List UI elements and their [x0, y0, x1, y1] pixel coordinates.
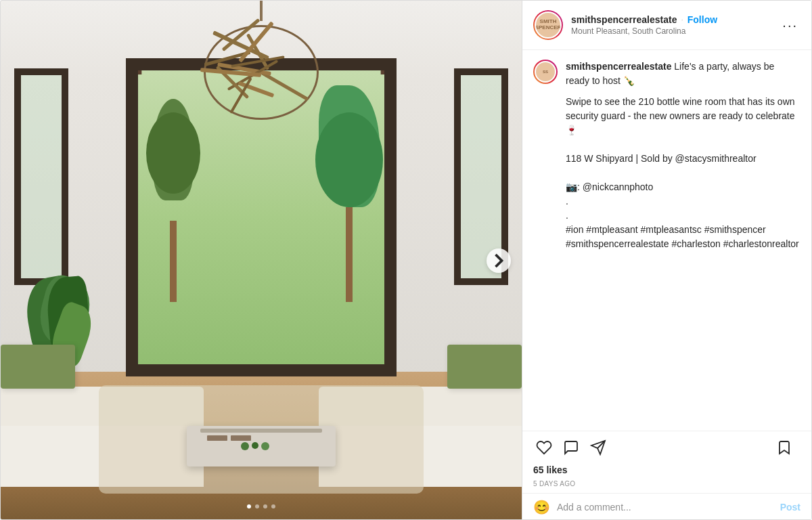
caption-avatar-wrapper: SS: [533, 60, 558, 84]
like-button[interactable]: [533, 437, 555, 458]
post-header: SMITHSPENCER smithspencerrealestate · Fo…: [522, 1, 811, 50]
username[interactable]: smithspencerrealestate: [571, 14, 677, 25]
post-info-panel: SMITHSPENCER smithspencerrealestate · Fo…: [522, 1, 811, 520]
caption-main: smithspencerrealestate Life's a party, a…: [566, 60, 800, 88]
comment-button[interactable]: [560, 437, 582, 458]
username-row: smithspencerrealestate · Follow: [571, 14, 771, 25]
avatar-wrapper: SMITHSPENCER: [533, 10, 563, 40]
next-slide-button[interactable]: [487, 248, 511, 273]
dot-4: [271, 504, 275, 508]
avatar: SMITHSPENCER: [535, 12, 562, 39]
post-container: SMITHSPENCER smithspencerrealestate · Fo…: [0, 0, 812, 520]
coffee-table: [187, 426, 336, 467]
emoji-button[interactable]: 😊: [533, 499, 550, 515]
carousel-indicators: [247, 504, 275, 508]
comment-area: 😊 Post: [522, 493, 811, 520]
bookmark-button[interactable]: [773, 437, 795, 458]
more-options-button[interactable]: ···: [780, 18, 800, 33]
dot-3: [263, 504, 267, 508]
comment-input[interactable]: [557, 502, 773, 513]
location: Mount Pleasant, South Carolina: [571, 26, 771, 36]
separator: ·: [681, 15, 683, 24]
caption-area: SS smithspencerrealestate Life's a party…: [522, 50, 811, 431]
share-button[interactable]: [587, 437, 609, 458]
actions-row: [522, 431, 811, 461]
caption-content: smithspencerrealestate Life's a party, a…: [566, 60, 800, 251]
post-image-area: [1, 1, 522, 520]
header-text: smithspencerrealestate · Follow Mount Pl…: [571, 14, 771, 36]
caption-username[interactable]: smithspencerrealestate: [566, 61, 671, 72]
likes-count: 65 likes: [533, 464, 568, 475]
post-comment-button[interactable]: Post: [780, 502, 800, 513]
caption-body: Swipe to see the 210 bottle wine room th…: [566, 95, 800, 251]
timestamp: 5 DAYS AGO: [522, 479, 811, 493]
likes-row: 65 likes: [522, 461, 811, 479]
dot-2: [255, 504, 259, 508]
caption-avatar: SS: [535, 61, 556, 83]
follow-button[interactable]: Follow: [687, 14, 717, 25]
caption-header: SS smithspencerrealestate Life's a party…: [533, 60, 800, 251]
dot-1: [247, 504, 251, 508]
